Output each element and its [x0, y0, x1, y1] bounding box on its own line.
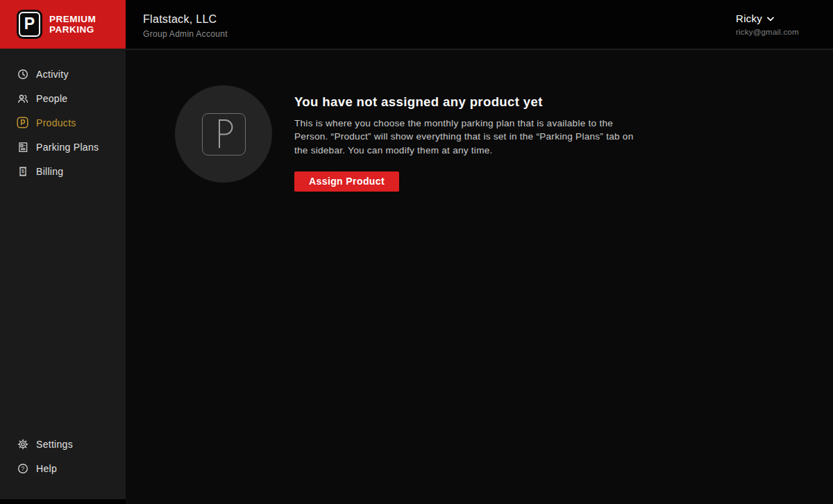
- sidebar-item-label: Billing: [36, 166, 63, 177]
- product-p-icon: [17, 117, 28, 128]
- sidebar-item-billing[interactable]: $ Billing: [0, 159, 126, 183]
- sidebar-nav: Activity People Products Parking Plans: [0, 49, 126, 183]
- svg-text:$: $: [21, 168, 24, 174]
- empty-state-title: You have not assigned any product yet: [294, 94, 641, 110]
- brand-logo[interactable]: P PREMIUM PARKING: [0, 0, 126, 49]
- sidebar: Activity People Products Parking Plans: [0, 49, 126, 499]
- svg-text:?: ?: [21, 465, 24, 472]
- gear-icon: [17, 438, 28, 450]
- sidebar-item-label: Help: [36, 463, 57, 474]
- sidebar-item-people[interactable]: People: [0, 86, 126, 110]
- user-menu[interactable]: Ricky ricky@gmail.com: [736, 12, 799, 36]
- sidebar-item-label: People: [36, 93, 67, 104]
- sidebar-item-help[interactable]: ? Help: [0, 456, 126, 480]
- account-name: Flatstack, LLC: [143, 13, 228, 26]
- account-info: Flatstack, LLC Group Admin Account: [143, 13, 228, 39]
- brand-name-line1: PREMIUM: [49, 14, 96, 24]
- product-placeholder-p-icon: [202, 113, 246, 156]
- help-icon: ?: [17, 462, 28, 474]
- sidebar-item-parking-plans[interactable]: Parking Plans: [0, 135, 126, 159]
- topbar: P PREMIUM PARKING Flatstack, LLC Group A…: [0, 0, 833, 49]
- sidebar-item-settings[interactable]: Settings: [0, 432, 126, 456]
- brand-p-icon: P: [17, 10, 42, 39]
- sidebar-item-label: Products: [36, 117, 76, 128]
- sidebar-item-label: Settings: [36, 439, 73, 450]
- assign-product-button[interactable]: Assign Product: [294, 171, 399, 192]
- brand-name-line2: PARKING: [49, 24, 96, 35]
- brand-name: PREMIUM PARKING: [49, 14, 96, 35]
- sidebar-footer: Settings ? Help: [0, 432, 126, 480]
- people-icon: [17, 92, 28, 104]
- user-email: ricky@gmail.com: [736, 28, 799, 36]
- clock-icon: [17, 68, 28, 80]
- user-name: Ricky: [736, 12, 762, 24]
- account-type: Group Admin Account: [143, 29, 228, 39]
- chevron-down-icon: [767, 17, 774, 22]
- receipt-icon: $: [17, 165, 28, 177]
- empty-state: You have not assigned any product yet Th…: [294, 94, 641, 192]
- main-content: You have not assigned any product yet Th…: [126, 50, 833, 504]
- invoice-icon: [17, 141, 28, 153]
- brand-logo-letter: P: [19, 12, 40, 37]
- sidebar-item-label: Parking Plans: [36, 142, 99, 153]
- sidebar-item-label: Activity: [36, 69, 69, 80]
- empty-state-description: This is where you choose the monthly par…: [294, 117, 636, 157]
- product-placeholder-image: [175, 85, 272, 183]
- sidebar-item-activity[interactable]: Activity: [0, 62, 126, 86]
- sidebar-item-products[interactable]: Products: [0, 110, 126, 135]
